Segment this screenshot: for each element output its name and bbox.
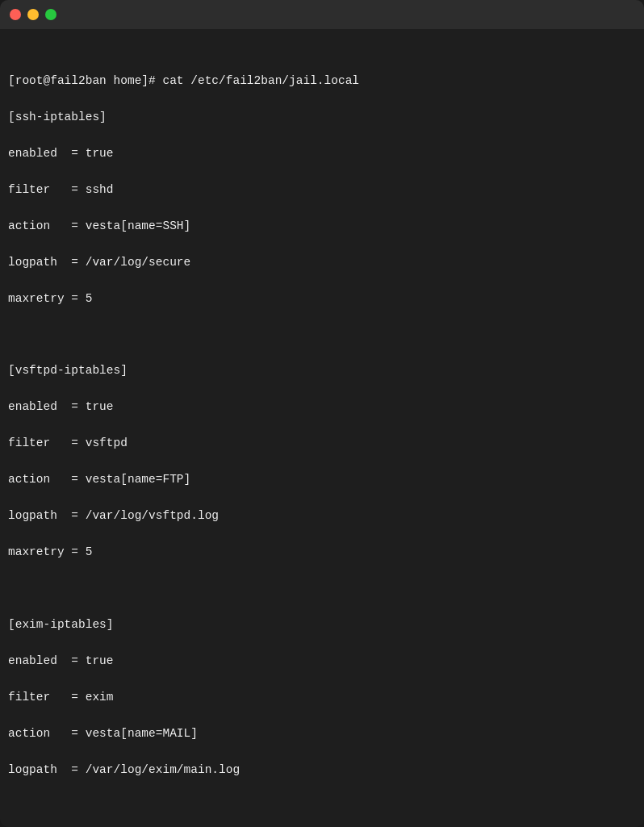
terminal-content[interactable]: [root@fail2ban home]# cat /etc/fail2ban/… [0, 29, 644, 827]
title-bar [0, 0, 644, 29]
terminal-window: [root@fail2ban home]# cat /etc/fail2ban/… [0, 0, 644, 827]
vsftpd-action: action = vesta[name=FTP] [8, 470, 636, 488]
section-vsftpd: [vsftpd-iptables] [8, 361, 636, 379]
exim-filter: filter = exim [8, 688, 636, 706]
minimize-button[interactable] [27, 9, 39, 20]
vsftpd-logpath: logpath = /var/log/vsftpd.log [8, 507, 636, 524]
exim-logpath: logpath = /var/log/exim/main.log [8, 761, 636, 779]
command-line: [root@fail2ban home]# cat /etc/fail2ban/… [8, 72, 636, 90]
blank-1 [8, 326, 636, 344]
maximize-button[interactable] [45, 9, 56, 20]
ssh-maxretry: maxretry = 5 [8, 290, 636, 307]
exim-enabled: enabled = true [8, 652, 636, 670]
ssh-filter: filter = sshd [8, 181, 636, 198]
ssh-action: action = vesta[name=SSH] [8, 217, 636, 235]
vsftpd-maxretry: maxretry = 5 [8, 543, 636, 561]
exim-action: action = vesta[name=MAIL] [8, 725, 636, 742]
section-ssh: [ssh-iptables] [8, 108, 636, 126]
section-exim: [exim-iptables] [8, 616, 636, 633]
ssh-logpath: logpath = /var/log/secure [8, 253, 636, 271]
vsftpd-filter: filter = vsftpd [8, 434, 636, 452]
blank-3 [8, 797, 636, 815]
ssh-enabled: enabled = true [8, 144, 636, 162]
blank-2 [8, 579, 636, 597]
vsftpd-enabled: enabled = true [8, 398, 636, 416]
close-button[interactable] [10, 9, 21, 20]
